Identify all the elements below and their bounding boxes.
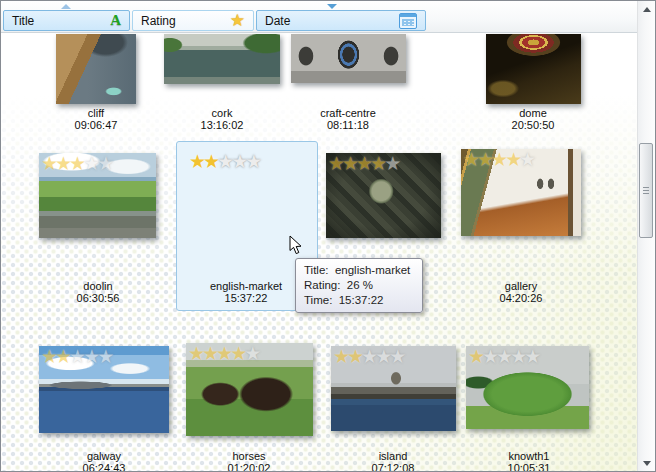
photo-time: 15:37:22 [181, 292, 311, 304]
photo-title: gallery [456, 280, 586, 292]
calendar-icon [399, 13, 417, 29]
tooltip-title-label: Title: [304, 264, 329, 276]
photo-caption: cork 13:16:02 [157, 107, 287, 131]
sort-by-title-label: Title [12, 14, 34, 28]
star-icon: ★ [97, 346, 111, 367]
star-icon: ★ [97, 153, 111, 174]
rating-stars[interactable]: ★★★★★ [188, 344, 258, 364]
star-icon: ★ [477, 149, 491, 170]
photo-title: cork [157, 107, 287, 119]
tooltip-time-label: Time: [304, 294, 332, 306]
photo-title: craft-centre [283, 107, 413, 119]
star-icon: ★ [519, 149, 533, 170]
sort-descending-indicator-icon [327, 4, 337, 9]
photo-time: 01:20:02 [184, 462, 314, 472]
star-icon: ★ [244, 343, 258, 364]
star-icon: ★ [69, 153, 83, 174]
photo-time: 13:16:02 [157, 119, 287, 131]
photo-thumbnail-horses[interactable]: ★★★★★ [186, 343, 313, 436]
star-icon: ★ [55, 346, 69, 367]
photo-time: 07:12:08 [328, 462, 458, 472]
photo-thumbnail-doolin[interactable]: ★★★★★ [39, 153, 156, 238]
sort-by-title-button[interactable]: Title A [3, 10, 130, 31]
star-icon: ★ [482, 346, 496, 367]
photo-time: 10:05:31 [464, 462, 594, 472]
star-icon: ★ [55, 153, 69, 174]
star-icon: ★ [347, 346, 361, 367]
star-icon: ★ [468, 346, 482, 367]
photo-caption: english-market 15:37:22 [181, 280, 311, 304]
photo-time: 06:24:43 [39, 462, 169, 472]
star-icon: ★ [216, 343, 230, 364]
rating-stars[interactable]: ★★★★★ [328, 154, 398, 174]
star-icon: ★ [230, 343, 244, 364]
tooltip-rating-label: Rating: [304, 279, 340, 291]
photo-thumbnail-stone-face[interactable]: ★★★★★ [326, 153, 441, 238]
arrow-down-icon [643, 461, 651, 466]
photo-title: galway [39, 450, 169, 462]
star-icon: ★ [41, 153, 55, 174]
star-icon: ★ [230, 12, 245, 29]
item-tooltip: Title: english-market Rating: 26 % Time:… [295, 258, 423, 313]
scroll-down-button[interactable] [638, 455, 655, 471]
tooltip-title-value: english-market [335, 264, 410, 276]
sort-ascending-indicator-icon [61, 4, 71, 9]
arrow-up-icon [643, 7, 651, 12]
photo-caption: gallery 04:20:26 [456, 280, 586, 304]
tooltip-line-rating: Rating: 26 % [304, 278, 414, 293]
photo-time: 08:11:18 [283, 119, 413, 131]
star-icon: ★ [328, 153, 342, 174]
photo-time: 20:50:50 [468, 119, 598, 131]
photo-title: island [328, 450, 458, 462]
star-icon: ★ [217, 151, 231, 172]
rating-stars[interactable]: ★★★★★ [41, 347, 111, 367]
star-icon: ★ [189, 151, 203, 172]
star-icon: ★ [245, 151, 259, 172]
photo-caption: knowth1 10:05:31 [464, 450, 594, 472]
photo-thumbnail-island[interactable]: ★★★★★ [331, 346, 456, 431]
scrollbar-grip-icon [643, 187, 649, 195]
photo-caption: cliff 09:06:47 [31, 107, 161, 131]
rating-stars[interactable]: ★★★★★ [468, 347, 538, 367]
star-icon: ★ [496, 346, 510, 367]
star-icon: ★ [463, 149, 477, 170]
tooltip-line-title: Title: english-market [304, 263, 414, 278]
photo-title: doolin [33, 280, 163, 292]
star-icon: ★ [375, 346, 389, 367]
star-icon: ★ [202, 343, 216, 364]
star-icon: ★ [41, 346, 55, 367]
photo-thumbnail-gallery[interactable]: ★★★★★ [461, 149, 581, 236]
photo-thumbnail-cork[interactable] [164, 34, 280, 84]
photo-thumbnail-galway[interactable]: ★★★★★ [39, 346, 169, 433]
photo-thumbnail-cliff[interactable] [56, 34, 136, 104]
photo-time: 06:30:56 [33, 292, 163, 304]
sort-by-rating-button[interactable]: Rating ★ [132, 10, 254, 31]
star-icon: ★ [83, 153, 97, 174]
star-icon: ★ [389, 346, 403, 367]
photo-browser-window: Title A Rating ★ Date cliff 09:06:47 cor… [0, 0, 656, 472]
photo-title: english-market [181, 280, 311, 292]
rating-stars[interactable]: ★★★★★ [463, 150, 533, 170]
photo-thumbnail-dome[interactable] [486, 34, 581, 104]
photo-caption: island 07:12:08 [328, 450, 458, 472]
letter-a-icon: A [110, 12, 121, 29]
photo-time: 04:20:26 [456, 292, 586, 304]
mouse-cursor-icon [289, 235, 303, 260]
star-icon: ★ [69, 346, 83, 367]
photo-thumbnail-knowth1[interactable]: ★★★★★ [466, 346, 589, 429]
rating-stars[interactable]: ★★★★★ [41, 154, 111, 174]
star-icon: ★ [370, 153, 384, 174]
tooltip-time-value: 15:37:22 [339, 294, 384, 306]
tooltip-line-time: Time: 15:37:22 [304, 293, 414, 308]
photo-thumbnail-craft-centre[interactable] [291, 34, 406, 83]
photo-caption: craft-centre 08:11:18 [283, 107, 413, 131]
sort-by-date-button[interactable]: Date [256, 10, 426, 31]
vertical-scrollbar[interactable] [637, 1, 655, 471]
tooltip-rating-value: 26 % [347, 279, 373, 291]
scroll-up-button[interactable] [638, 1, 655, 17]
scrollbar-thumb[interactable] [639, 143, 653, 238]
rating-stars[interactable]: ★★★★★ [333, 347, 403, 367]
rating-stars[interactable]: ★★★★★ [189, 152, 259, 172]
star-icon: ★ [333, 346, 347, 367]
photo-caption: horses 01:20:02 [184, 450, 314, 472]
